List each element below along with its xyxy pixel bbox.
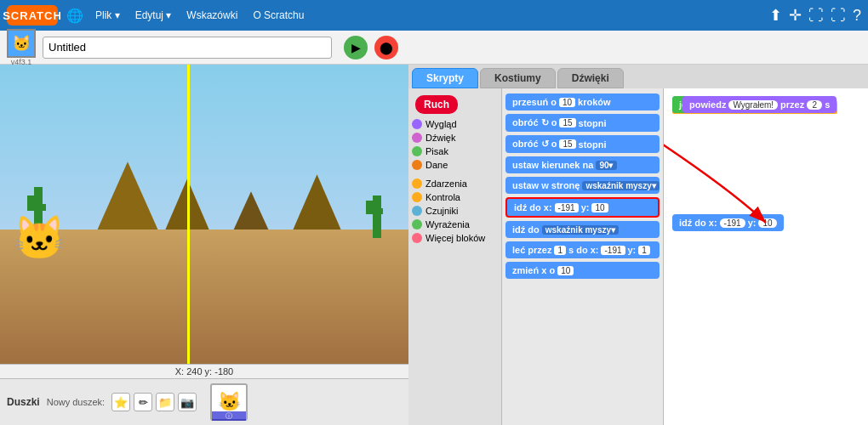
- blocks-panel: Ruch Wygląd Dźwięk Pisak Dane: [408, 88, 868, 425]
- block-obroc2-val: 15: [559, 139, 575, 149]
- ws-powiedz-s: s: [825, 99, 830, 110]
- cat-ruch[interactable]: Ruch: [412, 94, 498, 116]
- block-lec-yval: 1: [638, 246, 650, 255]
- sprite-star-icon[interactable]: ⭐: [111, 393, 130, 411]
- sprite-icon: 🐱: [7, 29, 36, 58]
- workspace: kiedy klawisz spacja naciśnięty przesuń …: [664, 88, 868, 425]
- yellow-line: [187, 65, 190, 364]
- cat-wyglad[interactable]: Wygląd: [408, 117, 501, 131]
- block-kierunek-val: 90▾: [596, 161, 616, 170]
- main: 🐱 X: 240 y: -180 Duszki Nowy duszek: ⭐ ✏…: [0, 65, 868, 425]
- block-zmien-x-val: 10: [557, 266, 574, 275]
- cat-wyglad-label: Wygląd: [425, 119, 457, 129]
- tab-kostiumy[interactable]: Kostiumy: [480, 68, 556, 88]
- cat-dane[interactable]: Dane: [408, 158, 501, 172]
- block-idz-do-xy[interactable]: idź do x: -191 y: 10: [505, 197, 660, 218]
- block-obroc2-suffix: stopni: [579, 139, 607, 150]
- block-lec[interactable]: leć przez 1 s do x: -191 y: 1: [505, 241, 660, 258]
- block-zmien-x-label: zmień x o: [512, 265, 555, 275]
- block-obroc1-suffix: stopni: [579, 118, 607, 128]
- categories-panel: Ruch Wygląd Dźwięk Pisak Dane: [408, 88, 502, 425]
- cat-dzwiek[interactable]: Dźwięk: [408, 131, 501, 144]
- expand-icon[interactable]: ✛: [789, 6, 802, 25]
- cat-pisak-dot: [412, 146, 422, 156]
- upload-icon[interactable]: ⬆: [769, 6, 782, 25]
- ws-idz-yval: 10: [758, 218, 776, 228]
- ws-powiedz-label: powiedz: [689, 99, 726, 110]
- block-idz-do-wskaznik[interactable]: idź do wskaźnik myszy▾: [505, 221, 660, 238]
- sprite-brush-icon[interactable]: ✏: [134, 393, 152, 411]
- cactus-right: [366, 196, 374, 238]
- block-obroc2[interactable]: obróć ↺ o 15 stopni: [505, 135, 660, 153]
- block-idz-wskaznik-label: idź do: [512, 224, 540, 235]
- cat-kontrola[interactable]: Kontrola: [408, 190, 501, 204]
- sprite-folder-icon[interactable]: 📁: [156, 393, 174, 411]
- flag-button[interactable]: ▶: [344, 36, 368, 60]
- blocks-list: przesuń o 10 kroków obróć ↻ o 15 stopni …: [502, 88, 664, 425]
- cat-zdarzenia-dot: [412, 178, 422, 189]
- logo-text: SCRATCH: [3, 9, 62, 22]
- block-zmien-x[interactable]: zmień x o 10: [505, 262, 660, 279]
- block-strone[interactable]: ustaw w stronę wskaźnik myszy▾: [505, 177, 660, 194]
- sprite-camera-icon[interactable]: 📷: [178, 393, 197, 411]
- cat-czujniki-dot: [412, 206, 422, 216]
- scratch-logo: SCRATCH: [7, 5, 58, 26]
- theater-icon[interactable]: ⛶: [831, 7, 846, 25]
- cat-ruch-label: Ruch: [415, 95, 458, 114]
- menu-edytuj[interactable]: Edytuj ▾: [132, 8, 175, 23]
- stage-area: 🐱 X: 240 y: -180 Duszki Nowy duszek: ⭐ ✏…: [0, 65, 408, 425]
- ws-powiedz-secs: 2: [807, 100, 822, 110]
- ws-idz-label: idź do x:: [679, 218, 717, 228]
- block-lec-label: leć przez: [512, 245, 551, 255]
- sprite-thumbnail-wrapper: 🐱 ⓘ: [210, 383, 248, 421]
- topbar-icons: ⬆ ✛ ⛶ ⛶ ?: [769, 6, 861, 25]
- block-przesun[interactable]: przesuń o 10 kroków: [505, 94, 660, 110]
- ws-block-powiedz[interactable]: powiedz Wygrałem! przez 2 s: [682, 96, 837, 113]
- script-area: Skrypty Kostiumy Dźwięki Ruch Wygląd Dźw…: [408, 65, 868, 425]
- stop-button[interactable]: ⬤: [374, 36, 398, 60]
- menu-plik[interactable]: Plik ▾: [92, 8, 123, 23]
- new-sprite-label: Nowy duszek:: [47, 397, 105, 407]
- block-lec-xval: -191: [601, 246, 625, 255]
- block-lec-ylabel: y:: [628, 245, 637, 255]
- block-kierunek[interactable]: ustaw kierunek na 90▾: [505, 156, 660, 173]
- cat-zdarzenia-label: Zdarzenia: [425, 178, 467, 189]
- sprite-thumb-label: ⓘ: [212, 411, 246, 421]
- block-idz-xval: -191: [555, 203, 579, 212]
- ws-idz-ylabel: y:: [748, 218, 757, 228]
- cat-wiecej[interactable]: Więcej bloków: [408, 231, 501, 245]
- block-obroc1[interactable]: obróć ↻ o 15 stopni: [505, 114, 660, 132]
- help-icon[interactable]: ?: [853, 7, 861, 25]
- project-name-input[interactable]: [43, 37, 332, 59]
- sprites-label: Duszki: [7, 396, 40, 408]
- cat-wiecej-label: Więcej bloków: [425, 233, 485, 243]
- coords-display: X: 240 y: -180: [0, 364, 408, 378]
- cat-pisak[interactable]: Pisak: [408, 144, 501, 158]
- cat-kontrola-dot: [412, 192, 422, 202]
- cat-zdarzenia[interactable]: Zdarzenia: [408, 177, 501, 190]
- sprite-add-icons: ⭐ ✏ 📁 📷: [111, 393, 197, 411]
- sprite-thumbnail[interactable]: 🐱 ⓘ: [210, 383, 248, 421]
- cat-wyglad-dot: [412, 119, 422, 129]
- cat-czujniki[interactable]: Czujniki: [408, 204, 501, 218]
- block-kierunek-label: ustaw kierunek na: [512, 160, 593, 170]
- cat-sprite: 🐱: [13, 217, 66, 259]
- tab-skrypty[interactable]: Skrypty: [412, 68, 478, 88]
- menu-wskazowki[interactable]: Wskazówki: [183, 8, 241, 23]
- cat-wyrazenia[interactable]: Wyrażenia: [408, 218, 501, 231]
- fullscreen-icon[interactable]: ⛶: [808, 7, 824, 25]
- ws-powiedz-przez: przez: [780, 99, 804, 110]
- globe-icon[interactable]: 🌐: [66, 8, 83, 24]
- cat-wyrazenia-label: Wyrażenia: [425, 219, 470, 230]
- cat-wyrazenia-dot: [412, 219, 422, 230]
- menu-o-scratchu[interactable]: O Scratchu: [249, 8, 307, 23]
- block-obroc1-val: 15: [559, 118, 575, 128]
- cat-kontrola-label: Kontrola: [425, 192, 460, 202]
- ws-block-idz-bottom[interactable]: idź do x: -191 y: 10: [672, 214, 784, 231]
- block-przesun-val: 10: [559, 98, 575, 107]
- block-przesun-suffix: kroków: [578, 97, 611, 107]
- block-obroc1-label: obróć ↻ o: [512, 117, 557, 128]
- block-lec-suffix: s do x:: [568, 245, 598, 255]
- tab-dzwieki[interactable]: Dźwięki: [557, 68, 624, 88]
- block-strone-val: wskaźnik myszy▾: [582, 181, 659, 190]
